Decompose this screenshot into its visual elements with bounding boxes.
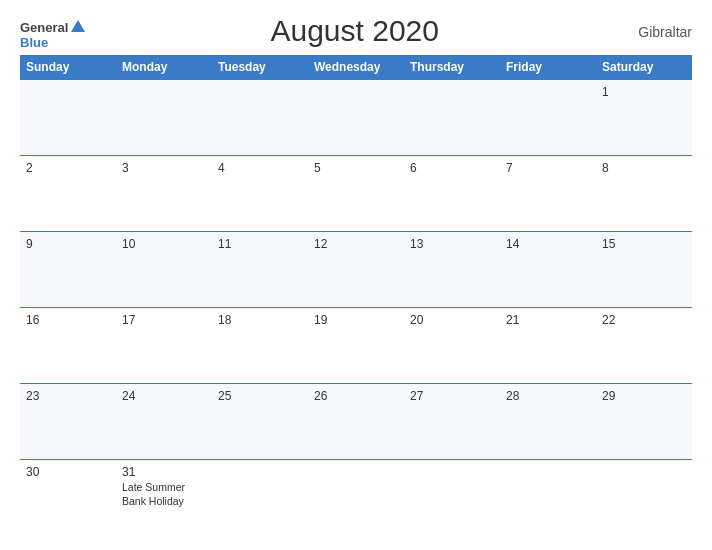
calendar-cell: 16 [20,308,116,384]
calendar-table: SundayMondayTuesdayWednesdayThursdayFrid… [20,55,692,536]
day-number: 30 [26,465,110,479]
day-number: 10 [122,237,206,251]
day-number: 20 [410,313,494,327]
weekday-header-tuesday: Tuesday [212,55,308,80]
calendar-cell: 6 [404,156,500,232]
calendar-cell [212,460,308,536]
logo-general: General [20,21,68,34]
logo-blue: Blue [20,36,87,49]
calendar-cell [404,80,500,156]
day-number: 29 [602,389,686,403]
calendar-cell: 12 [308,232,404,308]
day-number: 21 [506,313,590,327]
day-number: 8 [602,161,686,175]
calendar-cell: 31Late Summer Bank Holiday [116,460,212,536]
month-title: August 2020 [87,14,622,48]
weekday-header-thursday: Thursday [404,55,500,80]
week-row-2: 9101112131415 [20,232,692,308]
day-number: 13 [410,237,494,251]
calendar-page: General Blue August 2020 Gibraltar Sunda… [0,0,712,550]
calendar-cell: 7 [500,156,596,232]
day-number: 7 [506,161,590,175]
day-number: 1 [602,85,686,99]
day-number: 25 [218,389,302,403]
week-row-5: 3031Late Summer Bank Holiday [20,460,692,536]
calendar-cell: 2 [20,156,116,232]
calendar-cell: 9 [20,232,116,308]
day-number: 19 [314,313,398,327]
calendar-cell: 13 [404,232,500,308]
day-number: 16 [26,313,110,327]
calendar-cell: 27 [404,384,500,460]
weekday-header-saturday: Saturday [596,55,692,80]
week-row-0: 1 [20,80,692,156]
calendar-cell [500,80,596,156]
calendar-cell [308,460,404,536]
calendar-body: 1234567891011121314151617181920212223242… [20,80,692,537]
weekday-header-row: SundayMondayTuesdayWednesdayThursdayFrid… [20,55,692,80]
week-row-4: 23242526272829 [20,384,692,460]
day-number: 12 [314,237,398,251]
calendar-cell: 19 [308,308,404,384]
day-number: 24 [122,389,206,403]
day-number: 9 [26,237,110,251]
calendar-cell [596,460,692,536]
weekday-header-sunday: Sunday [20,55,116,80]
calendar-cell: 5 [308,156,404,232]
calendar-cell: 23 [20,384,116,460]
calendar-cell: 3 [116,156,212,232]
calendar-cell: 17 [116,308,212,384]
weekday-header-friday: Friday [500,55,596,80]
day-number: 14 [506,237,590,251]
svg-marker-0 [71,20,85,32]
day-number: 22 [602,313,686,327]
day-number: 26 [314,389,398,403]
day-number: 2 [26,161,110,175]
calendar-cell [212,80,308,156]
event-label: Late Summer Bank Holiday [122,481,206,508]
calendar-cell: 22 [596,308,692,384]
day-number: 31 [122,465,206,479]
day-number: 18 [218,313,302,327]
day-number: 5 [314,161,398,175]
day-number: 4 [218,161,302,175]
logo-icon [69,18,87,36]
calendar-cell: 24 [116,384,212,460]
calendar-cell: 26 [308,384,404,460]
day-number: 15 [602,237,686,251]
week-row-1: 2345678 [20,156,692,232]
day-number: 27 [410,389,494,403]
calendar-header: SundayMondayTuesdayWednesdayThursdayFrid… [20,55,692,80]
calendar-cell: 1 [596,80,692,156]
calendar-cell [404,460,500,536]
day-number: 6 [410,161,494,175]
weekday-header-wednesday: Wednesday [308,55,404,80]
week-row-3: 16171819202122 [20,308,692,384]
weekday-header-monday: Monday [116,55,212,80]
calendar-cell: 4 [212,156,308,232]
day-number: 28 [506,389,590,403]
calendar-cell: 30 [20,460,116,536]
day-number: 11 [218,237,302,251]
calendar-cell: 14 [500,232,596,308]
calendar-cell: 10 [116,232,212,308]
calendar-cell: 25 [212,384,308,460]
calendar-cell: 20 [404,308,500,384]
calendar-cell: 18 [212,308,308,384]
calendar-cell: 28 [500,384,596,460]
day-number: 17 [122,313,206,327]
calendar-cell: 11 [212,232,308,308]
logo: General Blue [20,18,87,49]
day-number: 23 [26,389,110,403]
header: General Blue August 2020 Gibraltar [20,18,692,49]
calendar-cell: 8 [596,156,692,232]
calendar-cell: 21 [500,308,596,384]
calendar-cell [20,80,116,156]
calendar-cell [116,80,212,156]
calendar-cell: 15 [596,232,692,308]
location: Gibraltar [622,24,692,40]
day-number: 3 [122,161,206,175]
calendar-cell: 29 [596,384,692,460]
calendar-cell [500,460,596,536]
calendar-cell [308,80,404,156]
